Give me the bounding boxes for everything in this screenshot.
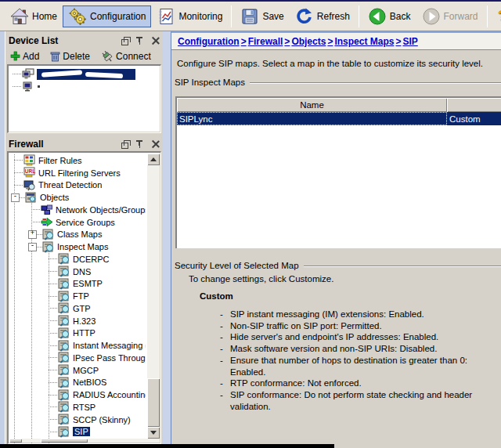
scroll-up-button[interactable]: [147, 154, 160, 165]
service-groups-icon: [41, 216, 53, 228]
tree-item-h323[interactable]: H.323: [10, 315, 146, 327]
home-icon: [10, 7, 29, 26]
breadcrumb-link-sip[interactable]: SIP: [402, 36, 417, 47]
monitoring-button[interactable]: Monitoring: [151, 5, 228, 27]
pin-icon[interactable]: [136, 37, 145, 45]
dash-bullet: -: [220, 331, 230, 343]
redaction-mark: [85, 72, 123, 79]
setting-item: - SIP instant messaging (IM) extensions:…: [220, 309, 501, 320]
tree-item-objects[interactable]: - Objects: [10, 191, 146, 204]
delete-device-button[interactable]: Delete: [50, 51, 90, 62]
setting-item: - Ensure that number of hops to destinat…: [220, 355, 501, 378]
home-label: Home: [32, 11, 57, 22]
tree-item-url-filtering-servers[interactable]: URL URL Filtering Servers: [10, 167, 146, 179]
breadcrumb-separator: >: [395, 36, 401, 47]
tree-item-netbios[interactable]: NetBIOS: [10, 377, 146, 389]
scroll-left-button[interactable]: [9, 439, 22, 443]
tree-item-service-groups[interactable]: Service Groups: [10, 216, 146, 229]
breadcrumb-link-objects[interactable]: Objects: [291, 36, 326, 47]
tree-horizontal-scrollbar[interactable]: [9, 439, 160, 443]
configuration-button[interactable]: Configuration: [63, 5, 151, 27]
tree-item-ipsec-pass-through[interactable]: IPsec Pass Through: [10, 352, 146, 364]
setting-item: - SIP conformance: Do not perform state …: [220, 389, 501, 412]
add-device-button[interactable]: Add: [10, 51, 39, 62]
table-row-siplync[interactable]: SIPLync Custom: [177, 112, 501, 125]
tree-item-instant-messaging[interactable]: Instant Messaging (I: [10, 339, 146, 352]
pin-icon[interactable]: [136, 140, 145, 148]
setting-text: SIP instant messaging (IM) extensions: E…: [230, 309, 424, 320]
delete-label: Delete: [63, 51, 90, 62]
inspect-maps-icon: [42, 241, 55, 253]
dash-bullet: -: [220, 389, 230, 412]
tree-vertical-scrollbar[interactable]: [147, 154, 160, 439]
device-entry[interactable]: [9, 81, 160, 93]
breadcrumb-link-configuration[interactable]: Configuration: [178, 36, 240, 47]
firewall-tree-rows: Filter Rules URL URL Filtering Servers T…: [10, 154, 146, 439]
name-column-header[interactable]: Name: [177, 98, 447, 112]
tree-item-http[interactable]: HTTP: [10, 327, 146, 340]
save-button[interactable]: Save: [235, 5, 289, 27]
setting-item: - Hide server's and endpoint's IP addres…: [220, 331, 501, 343]
dash-bullet: -: [220, 343, 230, 355]
tree-connector: [13, 74, 22, 74]
device-entry-selected[interactable]: [9, 68, 160, 81]
tree-item-dcerpc[interactable]: DCERPC: [10, 253, 146, 266]
main-content-pane: Configuration > Firewall > Objects > Ins…: [171, 31, 501, 444]
tree-item-threat-detection[interactable]: Threat Detection: [10, 179, 146, 192]
back-icon: [368, 7, 387, 26]
setting-text: Non-SIP traffic on SIP port: Permitted.: [230, 320, 382, 332]
security-level-group-label: Security Level of Selected Map: [175, 261, 304, 270]
close-icon[interactable]: [151, 37, 160, 45]
help-button[interactable]: ? Help: [491, 5, 501, 27]
scroll-thumb[interactable]: [147, 378, 160, 427]
restore-icon[interactable]: [121, 37, 130, 45]
tree-item-rtsp[interactable]: RTSP: [10, 401, 146, 414]
connect-label: Connect: [116, 51, 151, 62]
breadcrumb: Configuration > Firewall > Objects > Ins…: [171, 33, 501, 50]
breadcrumb-separator: >: [241, 36, 247, 47]
tree-item-radius-accounting[interactable]: RADIUS Accounting: [10, 388, 146, 401]
expand-toggle-icon[interactable]: +: [28, 230, 37, 239]
collapse-toggle-icon[interactable]: -: [28, 243, 37, 251]
forward-button[interactable]: Forward: [416, 5, 484, 27]
tree-item-filter-rules[interactable]: Filter Rules: [10, 154, 146, 167]
connect-device-button[interactable]: Connect: [101, 51, 151, 62]
inspect-map-icon: [58, 340, 70, 352]
inspect-map-icon: [58, 377, 70, 388]
back-button[interactable]: Back: [362, 5, 416, 27]
level-column-header[interactable]: [447, 98, 501, 112]
home-button[interactable]: Home: [5, 5, 63, 27]
firewall-titlebar: Firewall: [5, 136, 163, 151]
inspect-map-icon: [58, 364, 70, 376]
refresh-label: Refresh: [317, 11, 350, 22]
tree-item-gtp[interactable]: GTP: [10, 302, 146, 315]
map-level-cell: Custom: [447, 112, 501, 125]
device-list-title: Device List: [9, 35, 58, 46]
tree-item-mgcp[interactable]: MGCP: [10, 364, 146, 377]
forward-icon: [422, 7, 441, 26]
tree-item-inspect-maps[interactable]: - Inspect Maps: [10, 240, 146, 253]
save-icon: [240, 7, 259, 26]
scroll-down-button[interactable]: [147, 427, 160, 439]
panel-splitter[interactable]: [163, 31, 171, 448]
breadcrumb-link-inspect-maps[interactable]: Inspect Maps: [334, 36, 394, 47]
tree-item-sip-selected[interactable]: SIP: [10, 426, 146, 439]
breadcrumb-link-firewall[interactable]: Firewall: [248, 36, 283, 47]
hscroll-thumb[interactable]: [41, 439, 88, 443]
setting-text: SIP conformance: Do not perform state ch…: [230, 389, 501, 412]
inspect-map-icon: [58, 426, 70, 438]
restore-icon[interactable]: [121, 140, 130, 148]
tree-item-class-maps[interactable]: + Class Maps: [10, 229, 146, 241]
tree-item-network-objects-groups[interactable]: Network Objects/Groups: [10, 204, 146, 216]
close-icon[interactable]: [151, 140, 160, 148]
help-icon: ?: [496, 7, 501, 25]
tree-item-ftp[interactable]: FTP: [10, 290, 146, 302]
tree-item-esmtp[interactable]: ESMTP: [10, 278, 146, 291]
collapse-toggle-icon[interactable]: -: [11, 193, 20, 202]
tree-item-dns[interactable]: DNS: [10, 266, 146, 278]
redaction-mark: [41, 70, 82, 78]
filter-rules-icon: [23, 154, 36, 166]
tree-item-sccp-skinny[interactable]: SCCP (Skinny): [10, 414, 146, 426]
setting-text: Hide server's and endpoint's IP addresse…: [230, 331, 438, 343]
refresh-button[interactable]: Refresh: [290, 5, 355, 27]
